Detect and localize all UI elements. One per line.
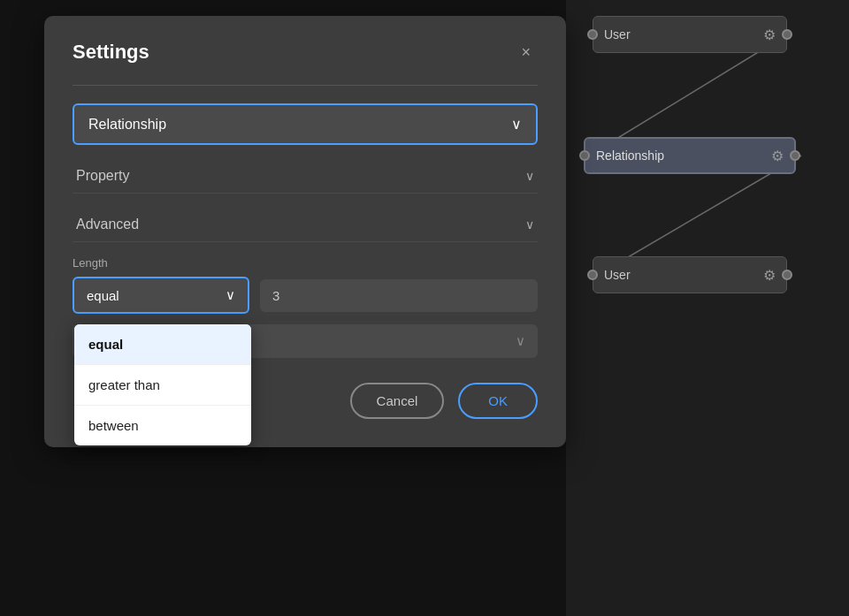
cancel-button[interactable]: Cancel — [350, 383, 445, 419]
relationship-gear-icon[interactable]: ⚙ — [771, 148, 784, 164]
close-button[interactable]: × — [514, 41, 538, 64]
relationship-dot-right — [790, 150, 800, 161]
length-row: equal ∨ equal greater than between 3 — [73, 277, 538, 314]
node-gear-icon[interactable]: ⚙ — [763, 27, 776, 43]
dropdown-item-between[interactable]: between — [74, 406, 251, 445]
operator-selected-label: equal — [87, 288, 119, 303]
property-chevron-icon: ∨ — [525, 169, 534, 183]
graph-area: User ⚙ Relationship ⚙ User ⚙ — [566, 0, 849, 616]
operator-dropdown-menu: equal greater than between — [74, 324, 251, 445]
header-divider — [73, 85, 538, 86]
operator-chevron-icon: ∨ — [226, 287, 235, 303]
node-dot-left — [587, 29, 598, 40]
node-dot-right — [782, 29, 792, 40]
length-label: Length — [73, 256, 538, 270]
advanced-chevron-icon: ∨ — [525, 217, 534, 232]
connector-lines — [566, 0, 849, 616]
node-user-top[interactable]: User ⚙ — [593, 16, 787, 53]
dropdown-item-equal[interactable]: equal — [74, 324, 251, 365]
dropdown-item-greater-than[interactable]: greater than — [74, 365, 251, 406]
property-row[interactable]: Property ∨ — [73, 159, 538, 194]
operator-dropdown[interactable]: equal ∨ equal greater than between — [73, 277, 249, 314]
length-number-input[interactable]: 3 — [260, 279, 538, 312]
length-number-value: 3 — [272, 288, 279, 303]
node-user-top-label: User — [604, 27, 631, 42]
relationship-dropdown-label: Relationship — [88, 117, 166, 133]
modal-title: Settings — [73, 41, 149, 64]
property-label: Property — [76, 168, 129, 184]
advanced-row[interactable]: Advanced ∨ — [73, 208, 538, 242]
user-bottom-dot-right — [782, 270, 792, 280]
user-bottom-dot-left — [587, 270, 598, 280]
ok-button[interactable]: OK — [458, 383, 538, 419]
relationship-chevron-icon: ∨ — [511, 116, 522, 133]
node-user-bottom[interactable]: User ⚙ — [593, 256, 787, 293]
modal-header: Settings × — [73, 41, 538, 64]
direction-chevron-icon: ∨ — [516, 333, 525, 349]
relationship-dropdown[interactable]: Relationship ∨ — [73, 103, 538, 145]
user-bottom-gear-icon[interactable]: ⚙ — [763, 267, 776, 284]
relationship-dot-left — [579, 150, 590, 161]
node-user-bottom-label: User — [604, 268, 631, 282]
advanced-label: Advanced — [76, 217, 139, 232]
node-relationship-label: Relationship — [596, 148, 664, 163]
node-relationship[interactable]: Relationship ⚙ — [584, 137, 796, 174]
settings-modal: Settings × Relationship ∨ Property ∨ Adv… — [44, 16, 566, 447]
